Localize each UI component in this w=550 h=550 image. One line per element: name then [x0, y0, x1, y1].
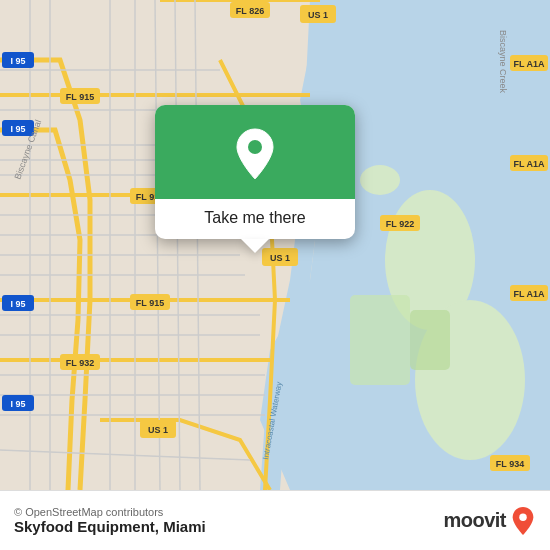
- svg-text:I 95: I 95: [10, 56, 25, 66]
- moovit-pin-icon: [510, 506, 536, 536]
- svg-text:I 95: I 95: [10, 399, 25, 409]
- svg-point-4: [360, 165, 400, 195]
- map-container[interactable]: I 95 I 95 I 95 I 95 FL 915 FL 915 FL 915…: [0, 0, 550, 490]
- popup-header: [155, 105, 355, 199]
- take-me-there-button[interactable]: Take me there: [204, 199, 305, 239]
- svg-text:US 1: US 1: [270, 253, 290, 263]
- svg-text:Biscayne Creek: Biscayne Creek: [498, 30, 508, 94]
- location-name: Skyfood Equipment, Miami: [14, 518, 206, 535]
- svg-text:FL 915: FL 915: [136, 298, 164, 308]
- svg-text:FL A1A: FL A1A: [513, 289, 545, 299]
- osm-credit: © OpenStreetMap contributors: [14, 506, 206, 518]
- svg-text:FL 826: FL 826: [236, 6, 264, 16]
- svg-point-73: [519, 513, 527, 521]
- svg-text:US 1: US 1: [148, 425, 168, 435]
- svg-text:US 1: US 1: [308, 10, 328, 20]
- bottom-bar: © OpenStreetMap contributors Skyfood Equ…: [0, 490, 550, 550]
- svg-rect-71: [410, 310, 450, 370]
- moovit-logo: moovit: [443, 506, 536, 536]
- svg-text:FL 922: FL 922: [386, 219, 414, 229]
- svg-rect-70: [350, 295, 410, 385]
- bottom-info: © OpenStreetMap contributors Skyfood Equ…: [14, 506, 206, 535]
- popup-tail: [241, 239, 269, 253]
- svg-text:FL 934: FL 934: [496, 459, 524, 469]
- svg-text:I 95: I 95: [10, 124, 25, 134]
- svg-text:FL A1A: FL A1A: [513, 159, 545, 169]
- svg-point-72: [248, 140, 262, 154]
- svg-text:I 95: I 95: [10, 299, 25, 309]
- location-popup: Take me there: [155, 105, 355, 239]
- svg-text:FL 915: FL 915: [66, 92, 94, 102]
- svg-text:FL A1A: FL A1A: [513, 59, 545, 69]
- moovit-text: moovit: [443, 509, 506, 532]
- svg-text:FL 932: FL 932: [66, 358, 94, 368]
- location-pin-icon: [232, 127, 278, 181]
